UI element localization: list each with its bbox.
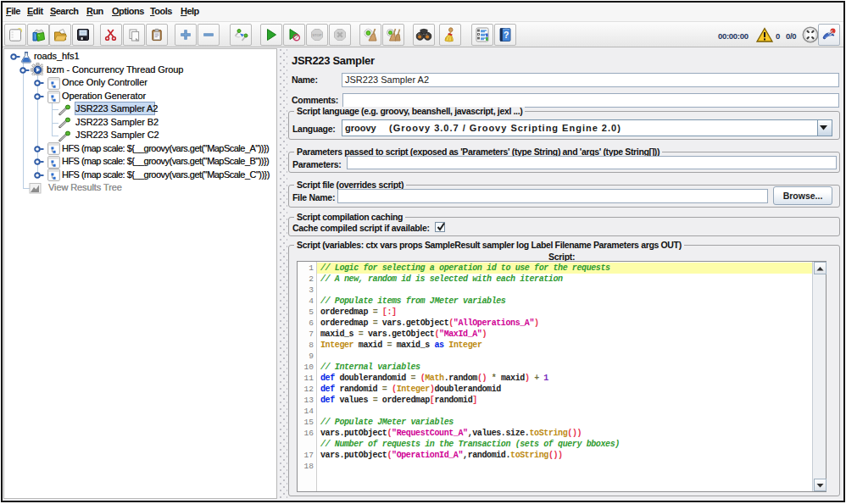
svg-text:STOP: STOP bbox=[312, 33, 322, 37]
svg-text:?: ? bbox=[504, 30, 509, 40]
